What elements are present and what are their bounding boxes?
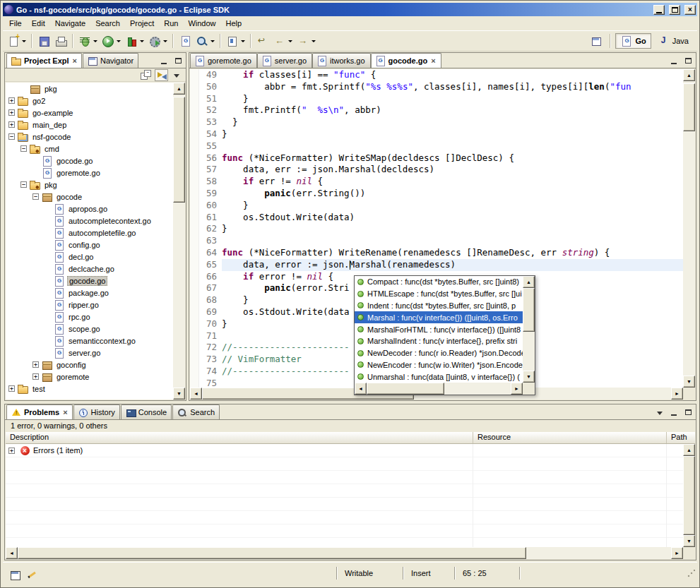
tab-console[interactable]: Console [121, 404, 172, 419]
code-line-62[interactable]: } [222, 223, 683, 235]
tree-item-go2[interactable]: +go2 [6, 95, 173, 107]
editor-vertical-scrollbar[interactable]: ▲ ▼ [683, 69, 695, 388]
coverage-dropdown-arrow[interactable] [140, 40, 144, 42]
code-line-52[interactable]: fmt.Printf(" %s\n", abbr) [222, 104, 683, 116]
scroll-left-button[interactable]: ◄ [190, 388, 202, 400]
tree-item-apropos-go[interactable]: apropos.go [6, 203, 173, 215]
scrollbar-thumb[interactable] [173, 97, 185, 203]
scrollbar-thumb[interactable] [18, 547, 526, 559]
open-perspective-button[interactable] [589, 33, 605, 49]
completion-item-indent[interactable]: Indent : func(dst *bytes.Buffer, src []u… [355, 300, 523, 312]
column-path[interactable]: Path [667, 432, 695, 443]
scroll-right-button[interactable]: ► [671, 388, 683, 400]
tab-search[interactable]: Search [172, 404, 220, 419]
last-edit-location-button[interactable] [255, 33, 271, 49]
tree-item-ripper-go[interactable]: ripper.go [6, 299, 173, 311]
pencil-button[interactable] [24, 567, 38, 581]
scroll-up-button[interactable]: ▲ [523, 276, 535, 288]
editor-tab-itworks-go[interactable]: itworks.go [312, 53, 371, 68]
back-button[interactable] [272, 33, 294, 49]
code-line-60[interactable]: } [222, 200, 683, 212]
search-dropdown-arrow[interactable] [210, 40, 215, 42]
new-go-element-button[interactable] [177, 33, 193, 49]
problems-row-errors[interactable]: + Errors (1 item) [6, 444, 683, 457]
tree-expander-plus[interactable]: + [8, 121, 15, 128]
scroll-right-button[interactable]: ► [511, 383, 523, 395]
completion-item-unmarshal[interactable]: Unmarshal : func(data []uint8, v interfa… [355, 371, 523, 383]
close-tab-icon[interactable]: × [431, 56, 435, 65]
tab-navigator[interactable]: Navigator [83, 53, 138, 68]
tree-item-rpc-go[interactable]: rpc.go [6, 311, 173, 323]
open-task-dropdown-arrow[interactable] [241, 40, 245, 42]
scrollbar-thumb[interactable] [523, 288, 535, 332]
tree-expander-plus[interactable]: + [8, 97, 15, 104]
tree-item-pkg[interactable]: −pkg [6, 179, 173, 191]
fast-view-button[interactable] [7, 567, 21, 581]
tree-expander-minus[interactable]: − [8, 133, 15, 140]
minimize-view-button[interactable] [158, 55, 170, 66]
open-task-button[interactable] [225, 33, 247, 49]
tree-item-pkg[interactable]: pkg [6, 83, 173, 95]
code-line-50[interactable]: abbr = fmt.Sprintf("%s %s%s", classes[i]… [222, 81, 683, 93]
close-tab-icon[interactable]: × [73, 56, 77, 65]
popup-vertical-scrollbar[interactable]: ▲ ▼ [523, 276, 535, 383]
problems-vertical-scrollbar[interactable]: ▲ ▼ [683, 444, 695, 547]
code-line-54[interactable]: } [222, 128, 683, 140]
perspective-java-button[interactable]: Java [653, 33, 694, 49]
forward-dropdown-arrow[interactable] [312, 40, 316, 42]
tree-item-gocode-go[interactable]: gocode.go [6, 155, 173, 167]
tree-item-goremote[interactable]: +goremote [6, 371, 173, 383]
tab-problems[interactable]: Problems× [6, 404, 73, 419]
tree-item-main-dep[interactable]: +main_dep [6, 119, 173, 131]
tree-scrollbar[interactable]: ▲ ▼ [173, 83, 185, 400]
menu-window[interactable]: Window [183, 17, 220, 30]
tab-history[interactable]: History [73, 404, 120, 419]
maximize-button[interactable] [669, 5, 680, 15]
scrollbar-thumb[interactable] [683, 456, 695, 535]
menu-help[interactable]: Help [221, 17, 247, 30]
completion-item-htmlescape[interactable]: HTMLEscape : func(dst *bytes.Buffer, src… [355, 288, 523, 300]
editor-tab-goremote-go[interactable]: goremote.go [190, 53, 257, 68]
scroll-left-button[interactable]: ◄ [6, 547, 18, 559]
external-tools-dropdown-arrow[interactable] [163, 40, 167, 42]
tree-item-autocompletecontext-go[interactable]: autocompletecontext.go [6, 215, 173, 227]
tree-expander-minus[interactable]: − [20, 181, 27, 188]
close-tab-icon[interactable]: × [63, 408, 67, 416]
tree-item-scope-go[interactable]: scope.go [6, 323, 173, 335]
scroll-down-button[interactable]: ▼ [683, 376, 695, 388]
tree-expander-plus[interactable]: + [8, 385, 15, 392]
column-resource[interactable]: Resource [473, 432, 667, 443]
tree-item-test[interactable]: +test [6, 383, 173, 395]
scroll-up-button[interactable]: ▲ [683, 69, 695, 81]
scroll-down-button[interactable]: ▼ [683, 535, 695, 547]
code-line-65[interactable]: data, error := json.Marshal(renamedescs) [222, 259, 683, 271]
tree-item-goremote-go[interactable]: goremote.go [6, 167, 173, 179]
tree-item-goconfig[interactable]: +goconfig [6, 359, 173, 371]
scroll-up-button[interactable]: ▲ [173, 83, 185, 95]
code-line-57[interactable]: data, err := json.Marshal(decldescs) [222, 164, 683, 176]
close-button[interactable]: × [684, 5, 696, 15]
tree-expander-minus[interactable]: − [32, 193, 39, 200]
external-tools-button[interactable] [147, 33, 169, 49]
menu-project[interactable]: Project [125, 17, 159, 30]
minimize-view-button[interactable] [668, 407, 680, 418]
tree-expander-plus[interactable]: + [8, 109, 15, 116]
maximize-view-button[interactable] [682, 407, 694, 418]
completion-item-marshalforhtml[interactable]: MarshalForHTML : func(v interface{}) ([]… [355, 323, 523, 335]
column-description[interactable]: Description [6, 432, 473, 443]
code-line-59[interactable]: panic(err.String()) [222, 188, 683, 200]
maximize-view-button[interactable] [172, 55, 184, 66]
menu-edit[interactable]: Edit [27, 17, 50, 30]
back-dropdown-arrow[interactable] [288, 40, 292, 42]
tree-item-server-go[interactable]: server.go [6, 347, 173, 359]
scrollbar-thumb[interactable] [367, 383, 444, 395]
minimize-button[interactable] [653, 5, 665, 15]
tree-item-go-example[interactable]: +go-example [6, 107, 173, 119]
code-line-49[interactable]: if classes[i] == "func" { [222, 69, 683, 81]
tree-item-decl-go[interactable]: decl.go [6, 251, 173, 263]
perspective-go-button[interactable]: Go [615, 33, 651, 49]
code-line-64[interactable]: func (*NiceFormatter) WriteRename(rename… [222, 247, 683, 259]
scroll-down-button[interactable]: ▼ [523, 371, 535, 383]
tree-item-gocode-go[interactable]: gocode.go [6, 275, 173, 287]
search-button[interactable] [194, 33, 216, 49]
